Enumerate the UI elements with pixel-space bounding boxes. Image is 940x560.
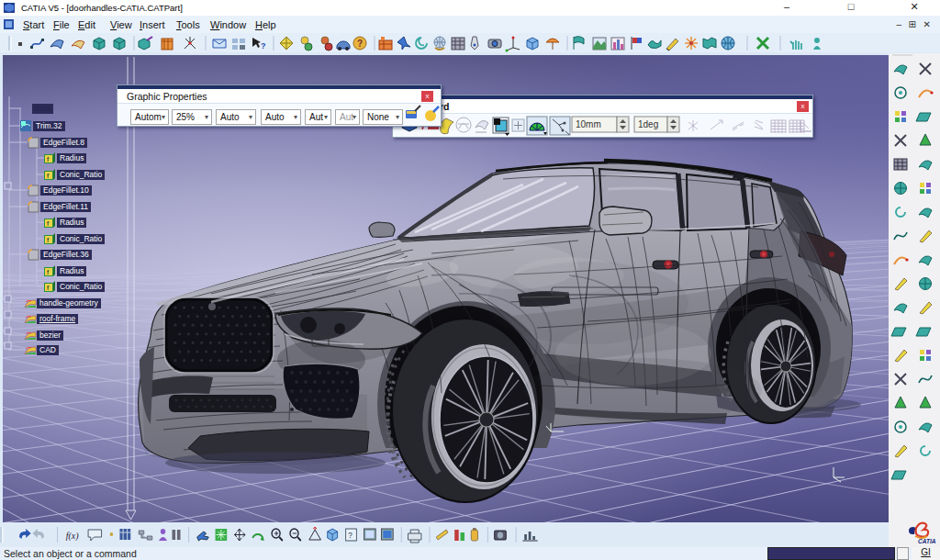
- svg-text:?: ?: [261, 41, 266, 50]
- svg-text:1deg: 1deg: [638, 119, 658, 129]
- svg-text:CATIA: CATIA: [918, 538, 936, 544]
- svg-text:?: ?: [357, 39, 363, 49]
- svg-text:10mm: 10mm: [576, 119, 601, 129]
- svg-text:f(x): f(x): [66, 531, 79, 543]
- svg-text:?: ?: [348, 531, 352, 540]
